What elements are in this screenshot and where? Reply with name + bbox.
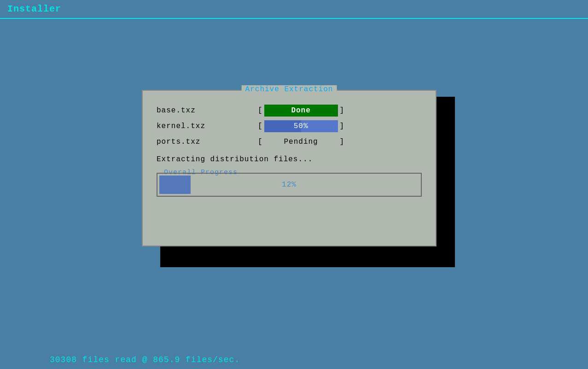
dialog-content: base.txz [ Done ] kernel.txz [ 50% ] por… [143,91,436,246]
overall-progress-bar-fill [159,176,191,194]
status-cell-kernel: 50% [264,120,338,132]
dialog-box: Archive Extraction base.txz [ Done ] ker… [142,90,437,246]
file-row-base: base.txz [ Done ] [157,105,422,117]
app-title: Installer [7,4,61,14]
status-percent-kernel: 50% [264,120,338,132]
extracting-message: Extracting distribution files... [157,155,422,164]
bracket-close-base: ] [340,106,344,115]
status-pending-ports: Pending [264,136,338,148]
status-cell-ports: Pending [264,136,338,148]
file-row-kernel: kernel.txz [ 50% ] [157,120,422,132]
bracket-open-ports: [ [258,138,262,146]
status-bar: 30308 files read @ 865.9 files/sec. [0,351,588,369]
overall-progress-bar-outer: 12% [157,173,422,197]
file-name-kernel: kernel.txz [157,122,258,130]
bracket-close-kernel: ] [340,122,344,130]
file-name-ports: ports.txz [157,138,258,146]
dialog-title-container: Archive Extraction [242,85,337,94]
status-percent-text-kernel: 50% [294,122,309,130]
file-row-ports: ports.txz [ Pending ] [157,136,422,148]
status-cell-base: Done [264,105,338,117]
file-name-base: base.txz [157,106,258,115]
bracket-open-base: [ [258,106,262,115]
bracket-open-kernel: [ [258,122,262,130]
overall-progress-container: Overall Progress 12% [157,173,422,197]
status-text: 30308 files read @ 865.9 files/sec. [50,355,240,364]
overall-progress-percent: 12% [282,181,297,189]
title-bar: Installer [0,0,588,19]
status-done-base: Done [264,105,338,117]
bracket-close-ports: ] [340,138,344,146]
dialog-title: Archive Extraction [245,85,333,94]
